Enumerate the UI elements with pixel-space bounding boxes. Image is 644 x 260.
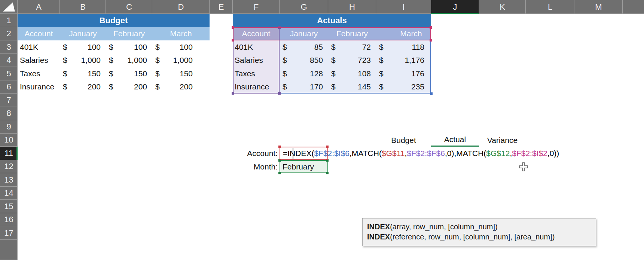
row-header-5[interactable]: 5 xyxy=(0,67,18,80)
row-header-17[interactable]: 17 xyxy=(0,226,18,240)
row-header-partial[interactable] xyxy=(0,240,18,260)
cell-value: 150 xyxy=(88,69,101,78)
summary-variance-header[interactable]: Variance xyxy=(479,134,526,147)
column-header-B[interactable]: B xyxy=(60,0,106,14)
row-header-4[interactable]: 4 xyxy=(0,54,18,67)
currency-symbol: $ xyxy=(109,69,113,78)
cell-A5[interactable]: Taxes xyxy=(20,67,60,80)
cell-I3[interactable]: $118 xyxy=(376,40,431,54)
row-header-7[interactable]: 7 xyxy=(0,94,18,107)
row-header-15[interactable]: 15 xyxy=(0,200,18,213)
formula-edit-text[interactable]: =INDEX($F$2:$I$6,MATCH($G$11,$F$2:$F$6,0… xyxy=(283,147,559,160)
cell-value: 1,000 xyxy=(127,56,147,65)
cell-value: 170 xyxy=(310,82,323,91)
cell-F6[interactable]: Insurance xyxy=(233,80,280,94)
actuals-header-account: Account xyxy=(233,27,280,41)
cell-value: 176 xyxy=(411,69,424,78)
row-header-8[interactable]: 8 xyxy=(0,107,18,120)
column-header-I[interactable]: I xyxy=(376,0,431,14)
month-value-cell[interactable]: February xyxy=(280,160,328,173)
cell-H5[interactable]: $108 xyxy=(328,67,376,80)
cell-G5[interactable]: $128 xyxy=(280,67,328,80)
cell-A3[interactable]: 401K xyxy=(20,40,60,54)
cell-value: 100 xyxy=(88,43,101,52)
cell-C4[interactable]: $1,000 xyxy=(106,54,152,67)
column-header-H[interactable]: H xyxy=(328,0,376,14)
select-all-button[interactable] xyxy=(0,0,18,14)
green-handle-br xyxy=(326,172,329,174)
cell-A6[interactable]: Insurance xyxy=(20,80,60,94)
row-header-14[interactable]: 14 xyxy=(0,187,18,200)
cell-G3[interactable]: $85 xyxy=(280,40,328,54)
cell-F5[interactable]: Taxes xyxy=(233,67,280,80)
summary-budget-header[interactable]: Budget xyxy=(376,134,431,147)
cell-G4[interactable]: $850 xyxy=(280,54,328,67)
month-label: Month: xyxy=(210,160,278,173)
currency-symbol: $ xyxy=(379,43,384,52)
currency-symbol: $ xyxy=(63,43,67,52)
cell-C5[interactable]: $150 xyxy=(106,67,152,80)
row-header-2[interactable]: 2 xyxy=(0,27,18,41)
cell-I5[interactable]: $176 xyxy=(376,67,431,80)
cell-G6[interactable]: $170 xyxy=(280,80,328,94)
cell-C3[interactable]: $100 xyxy=(106,40,152,54)
budget-header-january: January xyxy=(60,27,106,41)
row-header-1[interactable]: 1 xyxy=(0,14,18,27)
column-header-E[interactable]: E xyxy=(210,0,233,14)
row-header-6[interactable]: 6 xyxy=(0,80,18,94)
currency-symbol: $ xyxy=(155,43,160,52)
cell-D6[interactable]: $200 xyxy=(152,80,210,94)
column-header-G[interactable]: G xyxy=(280,0,328,14)
cell-B5[interactable]: $150 xyxy=(60,67,106,80)
cell-value: 108 xyxy=(358,69,371,78)
column-header-L[interactable]: L xyxy=(526,0,574,14)
cell-C6[interactable]: $200 xyxy=(106,80,152,94)
spreadsheet-app: ABCDEFGHIJKLMN1234567891011121314151617B… xyxy=(0,0,644,260)
budget-header-account: Account xyxy=(18,27,60,41)
row-header-16[interactable]: 16 xyxy=(0,213,18,227)
cell-D5[interactable]: $150 xyxy=(152,67,210,80)
row-header-10[interactable]: 10 xyxy=(0,134,18,147)
cell-B6[interactable]: $200 xyxy=(60,80,106,94)
formula-segment-1: $F$2:$I$6 xyxy=(314,149,350,158)
row-header-11[interactable]: 11 xyxy=(0,147,18,160)
cell-F4[interactable]: Salaries xyxy=(233,54,280,67)
pink-handle-br xyxy=(430,39,432,42)
currency-symbol: $ xyxy=(155,56,160,65)
budget-header-march: March xyxy=(152,27,210,41)
cell-A4[interactable]: Salaries xyxy=(20,54,60,67)
summary-actual-header[interactable]: Actual xyxy=(431,134,479,147)
column-header-N[interactable]: N xyxy=(623,0,644,14)
formula-segment-5: $F$2:$F$6 xyxy=(407,149,445,158)
red-handle-tl xyxy=(278,146,281,148)
pink-handle-bl xyxy=(232,39,234,42)
formula-segment-9: $F$2:$I$2 xyxy=(512,149,547,158)
column-header-J[interactable]: J xyxy=(431,0,479,14)
currency-symbol: $ xyxy=(379,82,384,91)
cell-H6[interactable]: $145 xyxy=(328,80,376,94)
currency-symbol: $ xyxy=(283,43,287,52)
cell-value: 85 xyxy=(314,43,323,52)
column-header-M[interactable]: M xyxy=(574,0,623,14)
row-header-13[interactable]: 13 xyxy=(0,173,18,187)
cell-H3[interactable]: $72 xyxy=(328,40,376,54)
row-header-9[interactable]: 9 xyxy=(0,120,18,134)
cell-B4[interactable]: $1,000 xyxy=(60,54,106,67)
column-header-A[interactable]: A xyxy=(18,0,60,14)
row-header-12[interactable]: 12 xyxy=(0,160,18,174)
cell-D3[interactable]: $100 xyxy=(152,40,210,54)
column-header-D[interactable]: D xyxy=(152,0,210,14)
function-tooltip: INDEX(array, row_num, [column_num]) INDE… xyxy=(362,218,596,246)
cell-I6[interactable]: $235 xyxy=(376,80,431,94)
cell-F3[interactable]: 401K xyxy=(233,40,280,54)
actuals-header-march: March xyxy=(376,27,431,41)
column-header-C[interactable]: C xyxy=(106,0,152,14)
row-header-3[interactable]: 3 xyxy=(0,40,18,54)
column-header-K[interactable]: K xyxy=(479,0,526,14)
column-header-F[interactable]: F xyxy=(233,0,280,14)
currency-symbol: $ xyxy=(109,43,113,52)
cell-B3[interactable]: $100 xyxy=(60,40,106,54)
cell-H4[interactable]: $723 xyxy=(328,54,376,67)
cell-I4[interactable]: $1,176 xyxy=(376,54,431,67)
cell-D4[interactable]: $1,000 xyxy=(152,54,210,67)
